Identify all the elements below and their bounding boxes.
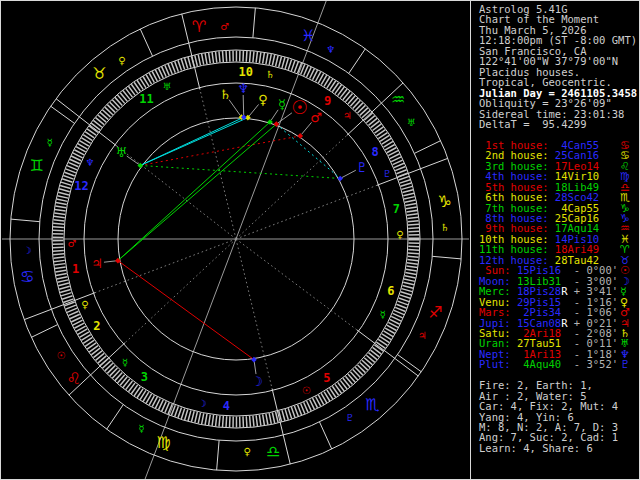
house-ruler-icon: ☿ — [122, 357, 128, 368]
sign-ruler-icon: ♇ — [346, 412, 355, 423]
house-number: 10 — [239, 65, 253, 79]
sign-ruler-icon: ☿ — [138, 423, 144, 434]
planet-pointer-lines — [104, 95, 356, 374]
house-number: 12 — [74, 179, 88, 193]
zodiac-sign-icon: ♓ — [301, 26, 315, 45]
house-number: 3 — [141, 370, 148, 384]
zodiac-sign-icon: ♑ — [438, 192, 452, 211]
house-number: 11 — [139, 92, 153, 106]
house-ruler-icon: ♂ — [68, 238, 77, 249]
zodiac-sign-icon: ♍ — [157, 433, 171, 452]
chart-wheel: ♈♂♉♀♊☿♋☽♌☉♍☿♎♀♏♇♐♃♑♄♒♅♓♆1♂2♀3☿4☽5☉6☿7♀8♇… — [0, 0, 470, 480]
declination-value: - 3°52' — [568, 358, 619, 370]
planet-icon: ♂ — [310, 110, 322, 125]
house-ruler-icon: ♄ — [265, 69, 274, 80]
planet-icon: ♀ — [258, 92, 268, 107]
house-number: 6 — [387, 284, 394, 298]
panel-separator — [470, 0, 471, 480]
element-stats-line: Learn: 4, Share: 6 — [479, 443, 593, 454]
house-number: 1 — [72, 262, 79, 276]
chart-info-line: DeltaT = 95.4299 — [479, 119, 586, 130]
planet-position-value: 4Aqu40 — [511, 358, 562, 370]
zodiac-sign-icon: ♎ — [266, 442, 280, 461]
zodiac-sign-icon: ♋ — [20, 267, 34, 286]
zodiac-sign-icon: ♐ — [428, 303, 442, 322]
sign-ruler-icon: ♂ — [220, 21, 229, 32]
planet-degree-marker — [137, 163, 143, 169]
sign-ruler-icon: ☉ — [56, 350, 65, 361]
planet-degree-marker — [337, 176, 343, 182]
zodiac-sign-icon: ♏ — [365, 395, 379, 414]
house-ruler-icon: ♃ — [343, 110, 352, 121]
house-number: 7 — [393, 202, 400, 216]
zodiac-sign-icon: ♈ — [192, 17, 206, 36]
zodiac-sign-icon: ♉ — [92, 64, 106, 83]
house-ruler-icon: ♆ — [86, 157, 95, 168]
planet-row: Plut: 4Aqu40 - 3°52'♇ — [479, 359, 618, 370]
house-ruler-icon: ♅ — [163, 81, 172, 92]
sign-ruler-icon: ♆ — [326, 44, 335, 55]
house-number: 2 — [93, 319, 100, 333]
sign-ruler-icon: ♀ — [118, 55, 125, 66]
planet-label: Plut: — [479, 358, 511, 370]
house-number: 8 — [372, 145, 379, 159]
planet-icon: ☽ — [251, 374, 263, 389]
house-ruler-icon: ♇ — [383, 168, 392, 179]
sign-ruler-icon: ♄ — [440, 222, 449, 233]
zodiac-sign-icon: ♌ — [67, 369, 81, 388]
info-sidebar: Astrolog 5.41GChart of the MomentThu Mar… — [471, 0, 640, 480]
house-ruler-icon: ☉ — [302, 385, 311, 396]
zodiac-sign-icon: ♒ — [391, 90, 405, 109]
house-ruler-icon: ☿ — [380, 309, 386, 320]
astrolog-window: ♈♂♉♀♊☿♋☽♌☉♍☿♎♀♏♇♐♃♑♄♒♅♓♆1♂2♀3☿4☽5☉6☿7♀8♇… — [0, 0, 640, 480]
planet-icon: ♅ — [115, 145, 127, 160]
planet-icon: ♆ — [237, 81, 249, 96]
planet-icon: ♇ — [356, 160, 368, 175]
house-number: 5 — [323, 371, 330, 385]
sign-ruler-icon: ♃ — [418, 330, 427, 341]
planet-icon: ♇ — [620, 359, 630, 370]
house-ruler-icon: ☽ — [198, 398, 207, 409]
house-number: 9 — [324, 94, 331, 108]
planet-icon: ♃ — [91, 256, 103, 271]
zodiac-sign-icon: ♊ — [30, 156, 44, 175]
planet-icon: ☉ — [291, 96, 308, 118]
sign-ruler-icon: ☽ — [23, 245, 32, 256]
planet-icon: ♄ — [219, 87, 231, 102]
sign-ruler-icon: ♀ — [244, 446, 251, 457]
house-ruler-icon: ♀ — [396, 229, 403, 240]
house-number: 4 — [223, 399, 230, 413]
house-ruler-icon: ♀ — [81, 299, 88, 310]
planet-icon: ☿ — [278, 97, 286, 112]
sign-ruler-icon: ♅ — [407, 117, 416, 128]
sign-ruler-icon: ☿ — [47, 137, 53, 148]
